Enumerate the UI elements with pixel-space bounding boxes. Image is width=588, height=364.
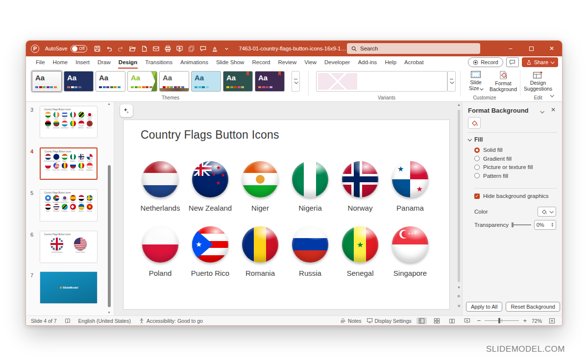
tab-transitions[interactable]: Transitions — [141, 56, 176, 69]
scroll-down-icon[interactable]: ▼ — [107, 311, 111, 314]
slide-sorter-view-button[interactable] — [432, 317, 442, 324]
spinbox-arrows-icon[interactable]: ▲▼ — [551, 222, 554, 227]
previous-slide-button[interactable]: « — [456, 293, 462, 299]
fill-tab-button[interactable] — [468, 117, 481, 129]
tab-view[interactable]: View — [300, 56, 320, 69]
radio-icon[interactable] — [474, 165, 480, 170]
slide-title[interactable]: Country Flags Button Icons — [141, 128, 279, 142]
flag-poland-icon[interactable] — [142, 226, 178, 263]
tab-draw[interactable]: Draw — [94, 56, 115, 69]
flag-russia-icon[interactable] — [292, 226, 328, 263]
canvas-scrollbar-thumb[interactable] — [458, 110, 460, 282]
copy-icon[interactable] — [186, 43, 197, 54]
checkbox-checked-icon[interactable]: ✓ — [474, 194, 480, 199]
theme-thumbnail-2[interactable]: Aa — [64, 71, 94, 92]
zoom-out-button[interactable]: − — [477, 317, 481, 324]
flag-romania-icon[interactable] — [242, 226, 278, 263]
flag-senegal-icon[interactable] — [342, 226, 378, 263]
spellcheck-button[interactable] — [65, 318, 71, 324]
fill-option-gradient-fill[interactable]: Gradient fill — [474, 156, 533, 162]
flag-norway-icon[interactable] — [342, 161, 378, 197]
fill-option-picture-or-texture-fill[interactable]: Picture or texture fill — [474, 164, 533, 170]
slideshow-view-button[interactable] — [462, 317, 472, 324]
format-background-button[interactable]: FormatBackground — [489, 71, 518, 92]
share-button[interactable]: Share — [522, 57, 558, 67]
tab-home[interactable]: Home — [49, 56, 72, 69]
flag-puertorico-icon[interactable] — [192, 226, 228, 263]
autosave-toggle[interactable]: Off — [71, 45, 87, 52]
font-color-icon[interactable]: A — [210, 43, 220, 54]
minimize-button[interactable]: – — [500, 41, 521, 56]
theme-thumbnail-6[interactable]: Aa — [191, 71, 221, 92]
powerpoint-logo-icon[interactable]: P — [31, 45, 39, 53]
radio-icon[interactable] — [474, 156, 480, 161]
slide-indicator[interactable]: Slide 4 of 7 — [31, 318, 57, 324]
tab-file[interactable]: File — [32, 56, 49, 69]
redo-icon[interactable] — [116, 43, 126, 54]
save-icon[interactable] — [92, 43, 103, 54]
display-settings-button[interactable]: Display Settings — [367, 318, 412, 324]
tab-add-ins[interactable]: Add-ins — [354, 56, 381, 69]
scroll-up-icon[interactable]: ▲ — [456, 103, 462, 106]
apply-to-all-button[interactable]: Apply to All — [466, 302, 502, 312]
start-slideshow-icon[interactable] — [174, 43, 185, 54]
scroll-down-icon[interactable]: ▼ — [456, 286, 462, 289]
panel-collapse-chevron-icon[interactable] — [540, 108, 543, 114]
flag-singapore-icon[interactable] — [392, 226, 428, 263]
slide-thumbnail-6[interactable]: Country Flags Button IconsUnited Kingdom… — [40, 231, 98, 263]
email-screenshot-icon[interactable] — [151, 43, 162, 54]
tab-insert[interactable]: Insert — [72, 56, 94, 69]
radio-icon[interactable] — [474, 173, 480, 178]
fill-option-solid-fill[interactable]: Solid fill — [474, 147, 533, 153]
customize-qat-icon[interactable] — [221, 43, 232, 54]
maximize-button[interactable] — [521, 41, 541, 56]
show-comments-icon[interactable] — [198, 43, 209, 54]
reset-background-button[interactable]: Reset Background — [506, 302, 560, 312]
open-icon[interactable] — [127, 43, 138, 54]
theme-thumbnail-5[interactable]: Aa — [159, 71, 189, 92]
zoom-slider[interactable] — [485, 320, 519, 321]
record-button[interactable]: Record — [468, 57, 503, 67]
flag-nigeria-icon[interactable] — [292, 161, 328, 197]
tab-review[interactable]: Review — [274, 56, 301, 69]
slide-editing-surface[interactable]: Country Flags Button Icons NetherlandsNe… — [123, 120, 450, 310]
autosave-control[interactable]: AutoSave Off — [45, 45, 87, 52]
slide-thumbnail-7[interactable]: SlideModel — [40, 271, 98, 304]
radio-selected-icon[interactable] — [474, 147, 480, 153]
theme-thumbnail-7[interactable]: Aa — [223, 71, 253, 92]
themes-gallery-more-button[interactable] — [292, 71, 300, 92]
theme-thumbnail-1[interactable]: Aa — [32, 71, 62, 92]
undo-icon[interactable] — [104, 43, 115, 54]
flag-niger-icon[interactable] — [242, 161, 278, 197]
flag-newzealand-icon[interactable] — [192, 161, 228, 197]
zoom-slider-knob[interactable] — [498, 318, 500, 323]
new-file-icon[interactable] — [139, 43, 150, 54]
zoom-in-button[interactable]: + — [523, 317, 527, 324]
print-preview-icon[interactable] — [163, 43, 173, 54]
fit-slide-button[interactable] — [547, 317, 557, 324]
design-suggestions-button[interactable]: DesignSuggestions — [523, 71, 553, 92]
theme-thumbnail-3[interactable]: Aa — [96, 71, 125, 92]
scroll-up-icon[interactable]: ▲ — [107, 102, 111, 105]
accessibility-indicator[interactable]: Accessibility: Good to go — [139, 318, 203, 324]
tab-animations[interactable]: Animations — [176, 56, 212, 69]
variants-more-button[interactable] — [447, 71, 456, 92]
theme-thumbnail-4[interactable]: Aa — [127, 71, 157, 92]
zoom-percentage[interactable]: 72% — [532, 318, 542, 324]
tab-slide-show[interactable]: Slide Show — [212, 56, 248, 69]
slide-thumbnail-3[interactable]: Country Flags Button IconsIndiaIrelandIs… — [40, 106, 98, 138]
tab-acrobat[interactable]: Acrobat — [400, 56, 428, 69]
slide-thumbnail-5[interactable]: Country Flags Button IconsSomaliaSouth A… — [40, 189, 98, 221]
next-slide-button[interactable]: « — [456, 303, 462, 309]
close-button[interactable]: ✕ — [541, 41, 562, 56]
variant-thumbnail[interactable] — [318, 73, 357, 90]
tab-help[interactable]: Help — [381, 56, 400, 69]
slide-thumbnail-4[interactable]: Country Flags Button IconsNetherlandsNew… — [40, 147, 98, 180]
search-input[interactable]: Search — [347, 43, 480, 54]
fill-option-pattern-fill[interactable]: Pattern fill — [474, 173, 533, 179]
thumbnail-scrollbar[interactable]: ▲ ▼ — [107, 102, 111, 315]
tab-design[interactable]: Design — [115, 56, 141, 69]
canvas-scrollbar[interactable]: ▲ ▼ « « — [456, 103, 462, 315]
tab-record[interactable]: Record — [248, 56, 274, 69]
transparency-slider[interactable] — [512, 224, 531, 225]
